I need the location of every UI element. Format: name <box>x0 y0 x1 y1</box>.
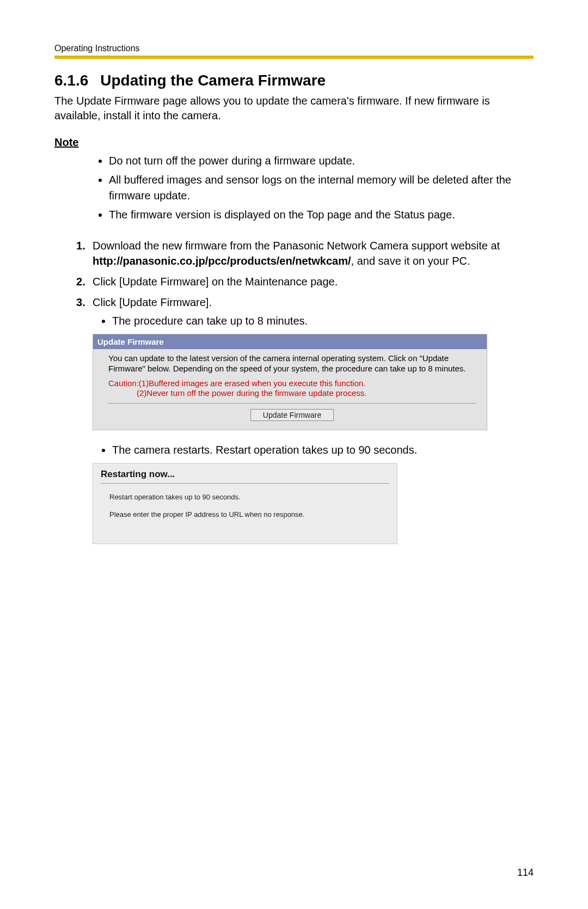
panel-caution-line1: Caution:(1)Buffered images are erased wh… <box>108 379 476 389</box>
panel-button-row: Update Firmware <box>108 409 476 423</box>
panel-divider <box>108 403 476 404</box>
note-item: All buffered images and sensor logs on t… <box>109 172 534 204</box>
steps-list: Download the new firmware from the Panas… <box>54 238 534 544</box>
restarting-body: Restart operation takes up to 90 seconds… <box>101 492 389 520</box>
note-item: Do not turn off the power during a firmw… <box>109 153 534 169</box>
section-number: 6.1.6 <box>54 72 88 89</box>
panel-title: Update Firmware <box>93 334 487 349</box>
step-3-sub-item: The camera restarts. Restart operation t… <box>112 442 534 457</box>
panel-description: You can update to the latest version of … <box>108 353 476 374</box>
update-firmware-button[interactable]: Update Firmware <box>250 409 334 421</box>
step-1-pre: Download the new firmware from the Panas… <box>93 240 500 252</box>
step-3-sub-item: The procedure can take up to 8 minutes. <box>112 313 534 328</box>
step-1-post: , and save it on your PC. <box>351 255 470 267</box>
step-3-sublist: The procedure can take up to 8 minutes. <box>93 313 534 328</box>
section-title: 6.1.6Updating the Camera Firmware <box>54 72 534 89</box>
note-item: The firmware version is displayed on the… <box>109 207 534 223</box>
restarting-line2: Please enter the proper IP address to UR… <box>109 510 389 520</box>
step-2: Click [Update Firmware] on the Maintenan… <box>93 274 534 289</box>
section-title-text: Updating the Camera Firmware <box>100 72 326 89</box>
page-number: 114 <box>517 867 534 879</box>
running-header: Operating Instructions <box>54 44 534 53</box>
update-firmware-panel: Update Firmware You can update to the la… <box>93 334 487 430</box>
step-3-text: Click [Update Firmware]. <box>93 296 212 308</box>
header-rule <box>54 56 534 59</box>
step-3-sublist-2: The camera restarts. Restart operation t… <box>93 442 534 457</box>
restarting-line1: Restart operation takes up to 90 seconds… <box>109 492 389 502</box>
note-heading: Note <box>54 136 534 149</box>
restarting-rule <box>101 483 389 484</box>
note-list: Do not turn off the power during a firmw… <box>54 153 534 223</box>
step-3: Click [Update Firmware]. The procedure c… <box>93 295 534 544</box>
panel-caution: Caution:(1)Buffered images are erased wh… <box>108 379 476 399</box>
section-intro: The Update Firmware page allows you to u… <box>54 94 534 123</box>
step-1: Download the new firmware from the Panas… <box>93 238 534 269</box>
panel-caution-line2: (2)Never turn off the power during the f… <box>137 388 476 399</box>
restarting-panel: Restarting now... Restart operation take… <box>93 463 397 544</box>
panel-body: You can update to the latest version of … <box>93 349 487 430</box>
step-1-url: http://panasonic.co.jp/pcc/products/en/n… <box>93 255 351 267</box>
restarting-title: Restarting now... <box>101 468 389 481</box>
